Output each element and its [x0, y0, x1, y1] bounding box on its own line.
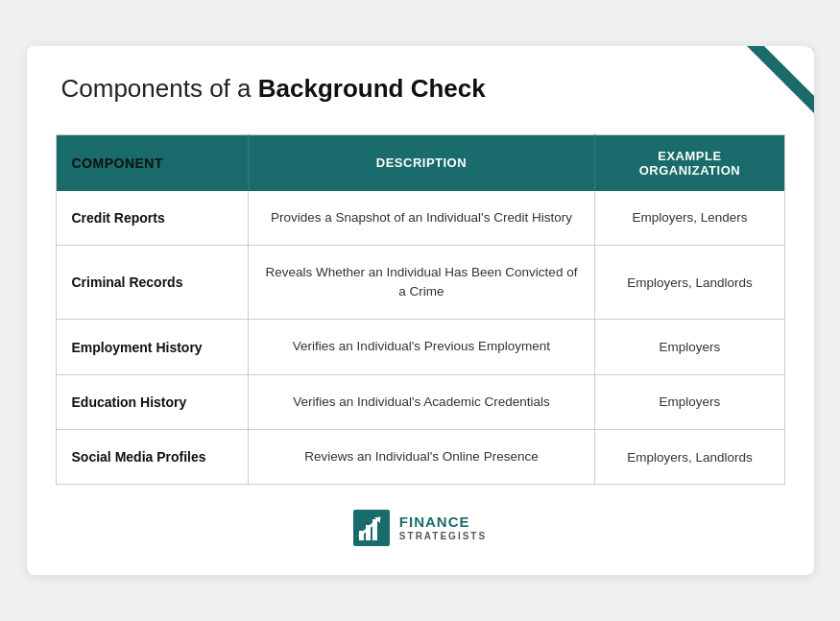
cell-description: Reviews an Individual's Online Presence [248, 429, 595, 484]
cell-organization: Employers [595, 320, 784, 374]
cell-organization: Employers, Lenders [595, 191, 784, 246]
cell-component: Employment History [56, 320, 248, 374]
table-wrapper: COMPONENT DESCRIPTION EXAMPLE ORGANIZATI… [27, 134, 814, 486]
table-row: Employment HistoryVerifies an Individual… [56, 320, 784, 374]
table-header: COMPONENT DESCRIPTION EXAMPLE ORGANIZATI… [56, 134, 784, 191]
table-row: Credit ReportsProvides a Snapshot of an … [56, 191, 784, 246]
header-accent-inner [764, 46, 814, 96]
cell-organization: Employers, Landlords [595, 245, 784, 320]
main-card: Components of a Background Check COMPONE… [27, 46, 814, 575]
col-header-component: COMPONENT [56, 134, 248, 191]
table-row: Social Media ProfilesReviews an Individu… [56, 429, 784, 484]
header-row: COMPONENT DESCRIPTION EXAMPLE ORGANIZATI… [56, 134, 784, 191]
finance-strategists-logo-icon [353, 510, 390, 546]
table-row: Criminal RecordsReveals Whether an Indiv… [56, 245, 784, 320]
cell-organization: Employers [595, 374, 784, 429]
logo-text-block: FINANCE STRATEGISTS [399, 514, 487, 541]
cell-description: Reveals Whether an Individual Has Been C… [248, 245, 595, 320]
components-table: COMPONENT DESCRIPTION EXAMPLE ORGANIZATI… [56, 134, 785, 486]
cell-description: Verifies an Individual's Academic Creden… [248, 374, 595, 429]
cell-description: Provides a Snapshot of an Individual's C… [248, 191, 595, 246]
cell-component: Criminal Records [56, 245, 248, 320]
brand-strategists-label: STRATEGISTS [399, 531, 487, 541]
header-section: Components of a Background Check [27, 46, 814, 125]
cell-component: Social Media Profiles [56, 429, 248, 484]
cell-component: Credit Reports [56, 191, 248, 246]
col-header-description: DESCRIPTION [248, 134, 595, 191]
cell-organization: Employers, Landlords [595, 429, 784, 484]
table-body: Credit ReportsProvides a Snapshot of an … [56, 191, 784, 485]
footer-logo: FINANCE STRATEGISTS [27, 510, 814, 546]
cell-description: Verifies an Individual's Previous Employ… [248, 320, 595, 374]
cell-component: Education History [56, 374, 248, 429]
page-title: Components of a Background Check [61, 73, 780, 106]
table-row: Education HistoryVerifies an Individual'… [56, 374, 784, 429]
brand-finance-label: FINANCE [399, 514, 487, 531]
svg-rect-0 [353, 510, 390, 546]
col-header-organization: EXAMPLE ORGANIZATION [595, 134, 784, 191]
